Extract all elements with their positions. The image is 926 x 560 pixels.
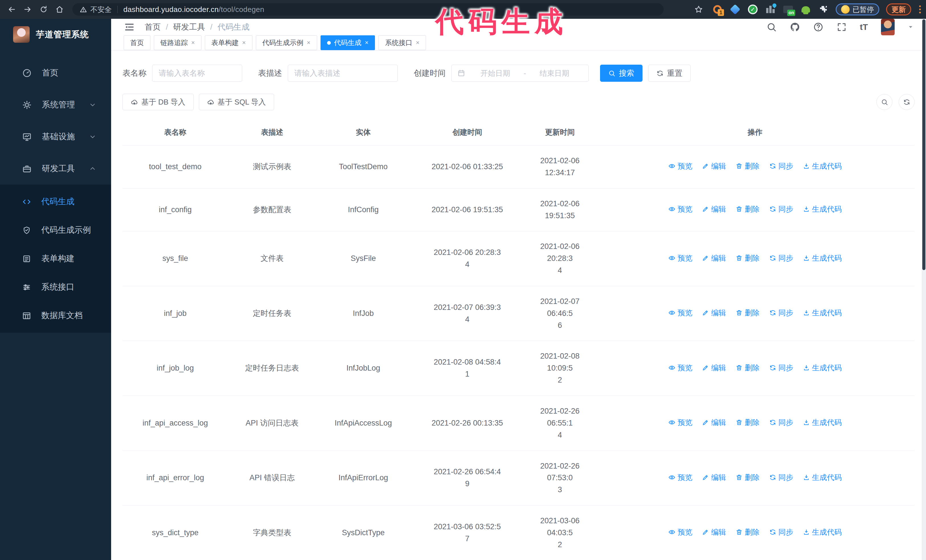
- sidebar-item-infrastructure[interactable]: 基础设施: [0, 121, 111, 152]
- table-row[interactable]: inf_config 参数配置表 InfConfig 2021-02-06 19…: [123, 188, 915, 231]
- generate-code-link[interactable]: 生成代码: [803, 307, 842, 318]
- refresh-table-button[interactable]: [899, 94, 915, 110]
- tab-home[interactable]: 首页: [124, 35, 150, 50]
- generate-code-link[interactable]: 生成代码: [803, 417, 842, 428]
- import-db-button[interactable]: 基于 DB 导入: [123, 94, 194, 110]
- tab-codegen[interactable]: 代码生成×: [321, 35, 375, 50]
- reload-button[interactable]: [37, 3, 50, 16]
- delete-link[interactable]: 删除: [736, 362, 760, 373]
- date-range-picker[interactable]: 开始日期 - 结束日期: [451, 65, 589, 82]
- preview-link[interactable]: 预览: [669, 307, 692, 318]
- sidebar-item-dev-tools[interactable]: 研发工具: [0, 152, 111, 184]
- update-button[interactable]: 更新: [886, 3, 911, 15]
- generate-code-link[interactable]: 生成代码: [803, 160, 842, 172]
- table-row[interactable]: tool_test_demo 测试示例表 ToolTestDemo 2021-0…: [123, 146, 915, 189]
- close-icon[interactable]: ×: [242, 39, 246, 47]
- preview-link[interactable]: 预览: [669, 252, 692, 264]
- sidebar-item-home[interactable]: 首页: [0, 57, 111, 89]
- generate-code-link[interactable]: 生成代码: [803, 527, 842, 538]
- generate-code-link[interactable]: 生成代码: [803, 203, 842, 215]
- breadcrumb-dev-tools[interactable]: 研发工具: [173, 22, 205, 32]
- preview-link[interactable]: 预览: [669, 472, 692, 483]
- extension-puzzle-icon[interactable]: [818, 4, 829, 15]
- search-button[interactable]: 搜索: [600, 65, 643, 82]
- extension-diamond-icon[interactable]: [730, 4, 740, 15]
- edit-link[interactable]: 编辑: [702, 160, 726, 172]
- table-row[interactable]: sys_file 文件表 SysFile 2021-02-06 20:28:3 …: [123, 231, 915, 286]
- close-icon[interactable]: ×: [365, 39, 369, 47]
- preview-link[interactable]: 预览: [669, 160, 692, 172]
- delete-link[interactable]: 删除: [736, 527, 760, 538]
- sync-link[interactable]: 同步: [769, 203, 793, 215]
- sync-link[interactable]: 同步: [769, 160, 793, 172]
- extension-columns-icon[interactable]: [765, 4, 776, 15]
- sidebar-item-form-builder[interactable]: 表单构建: [0, 245, 111, 273]
- show-search-button[interactable]: [876, 94, 893, 110]
- help-icon[interactable]: [813, 22, 823, 32]
- table-desc-input[interactable]: [288, 65, 398, 82]
- sidebar-item-system[interactable]: 系统管理: [0, 89, 111, 121]
- sidebar-item-codegen[interactable]: 代码生成: [0, 187, 111, 216]
- close-icon[interactable]: ×: [416, 39, 419, 47]
- table-row[interactable]: inf_job 定时任务表 InfJob 2021-02-07 06:39:3 …: [123, 286, 915, 341]
- fullscreen-icon[interactable]: [837, 22, 847, 32]
- preview-link[interactable]: 预览: [669, 417, 692, 428]
- extension-dark-icon[interactable]: on: [783, 4, 793, 15]
- sync-link[interactable]: 同步: [769, 362, 793, 373]
- close-icon[interactable]: ×: [307, 39, 310, 47]
- forward-button[interactable]: [21, 3, 34, 16]
- sidebar-item-system-api[interactable]: 系统接口: [0, 273, 111, 301]
- logo-row[interactable]: 芋道管理系统: [0, 19, 111, 50]
- bookmark-star-icon[interactable]: [692, 3, 705, 16]
- extension-orange-icon[interactable]: 1: [712, 4, 723, 15]
- user-avatar[interactable]: [881, 19, 895, 35]
- page-scrollbar[interactable]: [922, 19, 926, 560]
- breadcrumb-home[interactable]: 首页: [145, 22, 161, 32]
- table-row[interactable]: inf_api_error_log API 错误日志 InfApiErrorLo…: [123, 451, 915, 506]
- tab-tracing[interactable]: 链路追踪×: [154, 35, 201, 50]
- edit-link[interactable]: 编辑: [702, 362, 726, 373]
- delete-link[interactable]: 删除: [736, 307, 760, 318]
- hamburger-icon[interactable]: [124, 21, 135, 33]
- tab-form-builder[interactable]: 表单构建×: [205, 35, 253, 50]
- generate-code-link[interactable]: 生成代码: [803, 362, 842, 373]
- back-button[interactable]: [5, 3, 18, 16]
- profile-paused-pill[interactable]: 已暂停: [836, 3, 879, 15]
- edit-link[interactable]: 编辑: [702, 417, 726, 428]
- preview-link[interactable]: 预览: [669, 203, 692, 215]
- delete-link[interactable]: 删除: [736, 160, 760, 172]
- preview-link[interactable]: 预览: [669, 362, 692, 373]
- delete-link[interactable]: 删除: [736, 252, 760, 264]
- sync-link[interactable]: 同步: [769, 417, 793, 428]
- import-sql-button[interactable]: 基于 SQL 导入: [199, 94, 274, 110]
- close-icon[interactable]: ×: [191, 39, 195, 47]
- sync-link[interactable]: 同步: [769, 307, 793, 318]
- font-size-icon[interactable]: tT: [860, 22, 868, 32]
- tab-system-api[interactable]: 系统接口×: [378, 35, 426, 50]
- sidebar-item-db-docs[interactable]: 数据库文档: [0, 301, 111, 330]
- sidebar-item-codegen-example[interactable]: 代码生成示例: [0, 216, 111, 245]
- table-row[interactable]: sys_dict_type 字典类型表 SysDictType 2021-03-…: [123, 506, 915, 560]
- edit-link[interactable]: 编辑: [702, 527, 726, 538]
- edit-link[interactable]: 编辑: [702, 252, 726, 264]
- delete-link[interactable]: 删除: [736, 203, 760, 215]
- table-row[interactable]: inf_job_log 定时任务日志表 InfJobLog 2021-02-08…: [123, 341, 915, 396]
- delete-link[interactable]: 删除: [736, 472, 760, 483]
- sync-link[interactable]: 同步: [769, 472, 793, 483]
- scrollbar-thumb[interactable]: [922, 20, 925, 270]
- extension-check-icon[interactable]: ✓: [747, 4, 758, 15]
- extension-android-icon[interactable]: [800, 4, 811, 15]
- sync-link[interactable]: 同步: [769, 527, 793, 538]
- edit-link[interactable]: 编辑: [702, 472, 726, 483]
- sync-link[interactable]: 同步: [769, 252, 793, 264]
- table-row[interactable]: inf_api_access_log API 访问日志表 InfApiAcces…: [123, 395, 915, 451]
- edit-link[interactable]: 编辑: [702, 307, 726, 318]
- home-button[interactable]: [53, 3, 66, 16]
- tab-codegen-example[interactable]: 代码生成示例×: [256, 35, 317, 50]
- generate-code-link[interactable]: 生成代码: [803, 472, 842, 483]
- generate-code-link[interactable]: 生成代码: [803, 252, 842, 264]
- url-bar[interactable]: 不安全 dashboard.yudao.iocoder.cn/tool/code…: [73, 3, 664, 16]
- github-icon[interactable]: [790, 22, 800, 32]
- chrome-menu-dots-icon[interactable]: [919, 5, 921, 14]
- avatar-caret-icon[interactable]: [908, 24, 914, 30]
